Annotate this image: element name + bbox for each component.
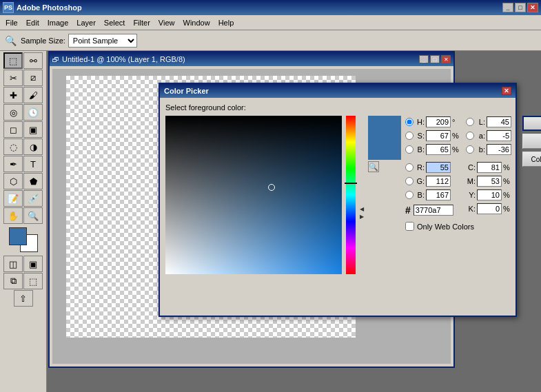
tool-pen[interactable]: ✒: [3, 156, 23, 172]
g-input[interactable]: [426, 176, 451, 187]
c-unit: %: [503, 163, 513, 172]
tool-zoom[interactable]: 🔍: [23, 207, 43, 224]
right-panel: H: ° S: %: [405, 116, 541, 310]
h-unit: °: [452, 118, 462, 126]
s-input[interactable]: [426, 130, 451, 141]
tool-fill[interactable]: ▣: [23, 121, 43, 138]
k-label: K:: [466, 205, 476, 213]
c-input[interactable]: [477, 162, 502, 173]
tool-screen2[interactable]: ⬚: [23, 273, 43, 289]
menu-window[interactable]: Window: [179, 17, 214, 28]
g-radio[interactable]: [405, 177, 414, 185]
b-input-row: B: %: [405, 143, 462, 156]
dialog-body: Select foreground color: ◀ ▶: [160, 98, 516, 316]
menu-file[interactable]: File: [1, 17, 22, 28]
tool-brush[interactable]: 🖌: [23, 87, 43, 103]
doc-maximize-btn[interactable]: □: [430, 55, 440, 63]
r-label: R:: [415, 163, 425, 172]
tool-hand[interactable]: ✋: [3, 207, 23, 224]
b2-input[interactable]: [426, 189, 451, 200]
doc-title: Untitled-1 @ 100% (Layer 1, RGB/8): [62, 55, 419, 63]
m-input[interactable]: [477, 176, 502, 187]
dialog-close-button[interactable]: ✕: [502, 87, 511, 95]
menu-layer[interactable]: Layer: [72, 17, 100, 28]
menu-select[interactable]: Select: [100, 17, 130, 28]
b-radio[interactable]: [405, 145, 414, 154]
menu-edit[interactable]: Edit: [22, 17, 43, 28]
app-icon-label: PS: [4, 4, 12, 11]
tool-screen1[interactable]: ⧉: [3, 273, 23, 289]
hue-slider-container[interactable]: [346, 116, 356, 274]
color-gradient-picker[interactable]: [165, 116, 342, 274]
y-input[interactable]: [477, 189, 502, 200]
h-radio[interactable]: [405, 118, 414, 126]
doc-minimize-btn[interactable]: _: [419, 55, 429, 63]
close-button[interactable]: ✕: [527, 3, 538, 12]
tool-shape[interactable]: ⬟: [23, 173, 43, 189]
a-radio[interactable]: [466, 132, 474, 140]
tool-notes[interactable]: 📝: [3, 190, 23, 207]
tool-eyedropper[interactable]: 💉: [23, 190, 43, 207]
tool-clone[interactable]: ◎: [3, 104, 23, 121]
b3-radio[interactable]: [466, 145, 474, 154]
eyedropper-tool-icon[interactable]: 🔍: [3, 33, 18, 48]
foreground-color-box[interactable]: [9, 227, 27, 245]
r-input[interactable]: [426, 162, 451, 173]
b-unit: %: [452, 145, 462, 154]
b-input[interactable]: [426, 144, 451, 155]
b3-input[interactable]: [487, 144, 511, 155]
y-unit: %: [503, 191, 513, 199]
color-input-fields: H: ° S: %: [405, 116, 462, 216]
y-input-row: Y: %: [466, 189, 513, 201]
tool-selection[interactable]: ⬚: [3, 52, 23, 69]
k-input-row: K: %: [466, 203, 513, 215]
h-label: H:: [415, 118, 425, 126]
tool-jump[interactable]: ⇧: [14, 290, 33, 307]
color-libraries-button[interactable]: Color Libraries: [522, 152, 541, 167]
minimize-button[interactable]: _: [502, 3, 513, 12]
tool-heal[interactable]: ✚: [3, 87, 23, 103]
ok-button[interactable]: OK: [522, 116, 541, 131]
doc-close-btn[interactable]: ✕: [441, 55, 451, 63]
k-input[interactable]: [477, 203, 502, 214]
gradient-background[interactable]: [165, 116, 342, 274]
inputs-and-buttons: H: ° S: %: [405, 116, 541, 216]
hex-label: #: [405, 205, 411, 216]
m-label: M:: [466, 177, 476, 185]
a-input[interactable]: [487, 130, 511, 141]
tool-crop[interactable]: ✂: [3, 70, 23, 86]
only-web-colors-checkbox[interactable]: [405, 222, 414, 231]
tool-lasso[interactable]: ⚯: [23, 52, 43, 69]
menu-view[interactable]: View: [154, 17, 179, 28]
tool-dodge[interactable]: ◑: [23, 138, 43, 155]
doc-titlebar-buttons: _ □ ✕: [419, 55, 451, 63]
tool-blur[interactable]: ◌: [3, 138, 23, 155]
s-radio[interactable]: [405, 132, 414, 140]
cancel-button[interactable]: Cancel: [522, 134, 541, 149]
k-unit: %: [503, 205, 513, 213]
tool-eraser[interactable]: ◻: [3, 121, 23, 138]
hue-slider[interactable]: [346, 116, 356, 274]
hex-input[interactable]: [414, 205, 453, 216]
maximize-button[interactable]: □: [515, 3, 526, 12]
l-input[interactable]: [487, 116, 511, 127]
h-input[interactable]: [426, 116, 451, 127]
eyedropper-icon[interactable]: 🔍: [368, 161, 379, 172]
r-input-row: R:: [405, 161, 462, 174]
tool-mask2[interactable]: ▣: [23, 256, 43, 272]
tool-history[interactable]: 🕓: [23, 104, 43, 121]
menu-help[interactable]: Help: [214, 17, 238, 28]
web-colors-row: Only Web Colors: [405, 222, 541, 231]
tool-path[interactable]: ⬡: [3, 173, 23, 189]
l-radio[interactable]: [466, 118, 474, 126]
app-titlebar: PS Adobe Photoshop _ □ ✕: [0, 0, 541, 15]
b2-radio[interactable]: [405, 191, 414, 199]
menu-image[interactable]: Image: [43, 17, 73, 28]
tool-slice[interactable]: ⧄: [23, 70, 43, 86]
tool-text[interactable]: T: [23, 156, 43, 172]
r-radio[interactable]: [405, 163, 414, 172]
tool-mask1[interactable]: ◫: [3, 256, 23, 272]
sample-size-dropdown[interactable]: Point Sample 3 by 3 Average 5 by 5 Avera…: [68, 34, 137, 48]
color-boxes[interactable]: [9, 227, 38, 252]
menu-filter[interactable]: Filter: [129, 17, 154, 28]
